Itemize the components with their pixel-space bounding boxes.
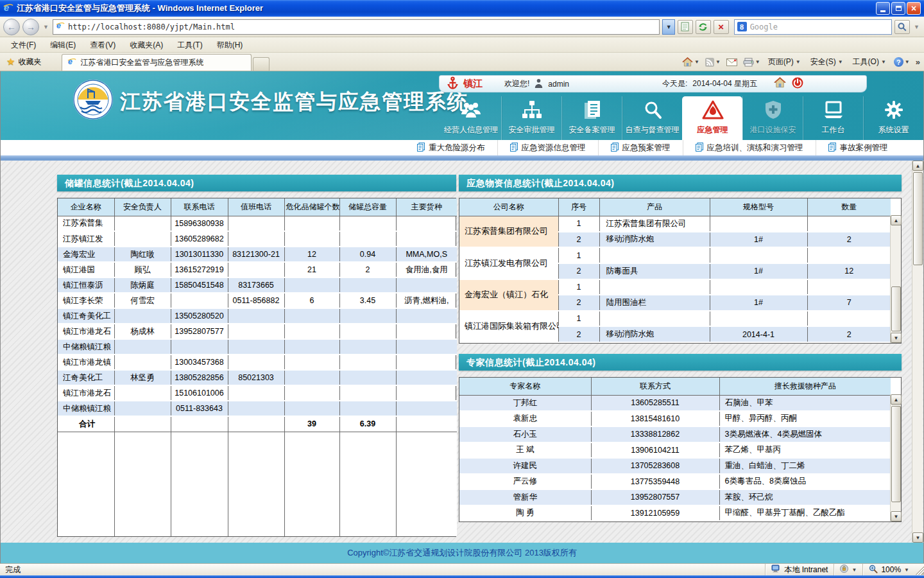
scroll-down-icon[interactable]: ▼: [891, 333, 902, 343]
command-button-2[interactable]: 安全(S)▼: [809, 55, 845, 69]
tank-panel-title: 储罐信息统计(截止2014.04.04): [57, 175, 456, 191]
nav-item-3[interactable]: 安全备案管理: [561, 96, 622, 140]
title-bar: e 江苏省港口安全监管与应急管理系统 - Windows Internet Ex…: [0, 0, 924, 17]
address-input[interactable]: [68, 22, 656, 31]
table-row: 镇江市港龙镇13003457368: [58, 355, 457, 370]
cell: 沥青,燃料油,: [396, 293, 457, 308]
subnav-item-1[interactable]: 重大危险源分布: [405, 140, 497, 155]
favorites-button[interactable]: ★ 收藏夹: [0, 56, 47, 71]
compatibility-button[interactable]: [678, 20, 693, 34]
favorites-label: 收藏夹: [18, 57, 41, 67]
cell: [284, 401, 339, 416]
chevron-down-icon: ▼: [838, 59, 843, 65]
nav-item-1[interactable]: 经营人信息管理: [441, 96, 501, 140]
cell: 石脑油、甲苯: [719, 395, 891, 411]
cell: [284, 277, 339, 293]
nav-item-5[interactable]: 应急管理: [682, 96, 742, 140]
subnav-item-4[interactable]: 应急培训、演练和演习管理: [683, 140, 816, 155]
scroll-up-icon[interactable]: ▲: [912, 161, 923, 171]
nav-item-6[interactable]: 港口设施保安: [742, 96, 803, 140]
tank-header-row: 企业名称安全负责人联系电话值班电话危化品储罐个数储罐总容量主要货种: [58, 198, 457, 216]
scroll-down-icon[interactable]: ▼: [912, 532, 923, 543]
cell: [171, 293, 228, 308]
restore-button[interactable]: [891, 2, 905, 15]
cell: 食用油,食用: [396, 262, 457, 277]
cell: [396, 401, 457, 416]
search-input[interactable]: [750, 22, 889, 31]
nav-item-label: 安全备案管理: [569, 125, 615, 136]
nav-item-8[interactable]: 系统设置: [863, 96, 923, 140]
cell: [284, 231, 339, 247]
star-icon: ★: [6, 56, 15, 67]
history-dropdown[interactable]: ▼: [42, 24, 50, 30]
scroll-thumb[interactable]: [891, 286, 901, 331]
menu-item-1[interactable]: 文件(F): [4, 37, 43, 53]
company-cell: 金海宏业（镇江）石化: [459, 279, 558, 311]
menu-item-3[interactable]: 查看(V): [83, 37, 123, 53]
google-icon: 8: [737, 22, 747, 31]
cell: 13705283608: [591, 458, 719, 474]
cell: 13952807577: [171, 324, 228, 339]
more-commands-chevron[interactable]: »: [916, 57, 920, 67]
stop-button[interactable]: ×: [714, 20, 729, 34]
emergency-icon: [702, 100, 724, 120]
nav-item-2[interactable]: 安全审批管理: [501, 96, 561, 140]
protected-mode-control[interactable]: ▼: [834, 564, 862, 575]
mail-button[interactable]: [726, 58, 737, 66]
refresh-button[interactable]: [696, 20, 711, 34]
nav-item-7[interactable]: 工作台: [803, 96, 863, 140]
home-shortcut-icon[interactable]: [774, 77, 786, 91]
scroll-down-icon[interactable]: ▼: [891, 511, 902, 521]
home-button[interactable]: ▼: [682, 57, 699, 67]
table-row: 镇江恒泰沥陈炳庭1585045154883173665: [58, 277, 457, 293]
command-button-3[interactable]: 工具(O)▼: [851, 55, 888, 69]
cell: 12: [807, 263, 891, 279]
scroll-thumb[interactable]: [913, 172, 923, 265]
page-scrollbar[interactable]: ▲ ▼: [912, 161, 923, 543]
command-cluster: ▼ ▼ ▼ 页面(P)▼安全(S)▼工具(O)▼ ?▼ »: [682, 55, 920, 69]
experts-scrollbar[interactable]: ▲ ▼: [890, 394, 901, 521]
minimize-button[interactable]: [876, 2, 890, 15]
subnav-item-5[interactable]: 事故案例管理: [816, 140, 900, 155]
back-button[interactable]: ←: [3, 19, 20, 35]
cell: 杨成林: [114, 324, 171, 339]
cell: 6类毒害品、8类腐蚀品: [719, 474, 891, 490]
search-options-dropdown[interactable]: ▼: [912, 24, 921, 30]
column-header: 储罐总容量: [339, 198, 396, 216]
print-button[interactable]: ▼: [743, 58, 760, 67]
subnav-item-3[interactable]: 应急预案管理: [598, 140, 683, 155]
column-header: 序号: [558, 198, 599, 216]
cell: [396, 216, 457, 231]
cell: 2: [558, 326, 599, 342]
scroll-up-icon[interactable]: ▲: [891, 394, 902, 405]
document-icon: [828, 143, 836, 153]
username: admin: [548, 80, 569, 89]
supplies-scrollbar[interactable]: ▲ ▼: [890, 215, 901, 343]
scroll-thumb[interactable]: [891, 406, 901, 502]
logout-power-icon[interactable]: [792, 77, 803, 91]
menu-item-6[interactable]: 帮助(H): [210, 37, 250, 53]
cell: [807, 279, 891, 295]
forward-button[interactable]: →: [22, 19, 39, 35]
cell: [339, 385, 396, 401]
nav-item-4[interactable]: 自查与督查管理: [622, 96, 682, 140]
scroll-up-icon[interactable]: ▲: [891, 215, 902, 225]
help-button[interactable]: ?▼: [894, 57, 910, 67]
subnav-item-2[interactable]: 应急资源信息管理: [497, 140, 598, 155]
address-dropdown[interactable]: ▼: [662, 19, 675, 35]
new-tab-button[interactable]: [253, 57, 270, 71]
feeds-button[interactable]: ▼: [705, 58, 721, 67]
company-cell: 江苏镇江发电有限公司: [459, 247, 558, 279]
cell: [396, 385, 457, 401]
command-button-1[interactable]: 页面(P)▼: [766, 55, 803, 69]
zoom-control[interactable]: 100% ▼: [862, 564, 915, 575]
search-button[interactable]: [894, 20, 910, 34]
menu-item-4[interactable]: 收藏夹(A): [123, 37, 170, 53]
close-button[interactable]: ×: [907, 2, 921, 15]
filler-row: [58, 432, 457, 536]
menu-item-2[interactable]: 编辑(E): [43, 37, 83, 53]
page-footer: Copyright©江苏省交通规划设计院股份有限公司 2013版权所有: [1, 543, 923, 563]
resize-grip[interactable]: [915, 565, 924, 575]
browser-tab[interactable]: e 江苏省港口安全监管与应急管理系统: [62, 54, 252, 71]
menu-item-5[interactable]: 工具(T): [170, 37, 209, 53]
